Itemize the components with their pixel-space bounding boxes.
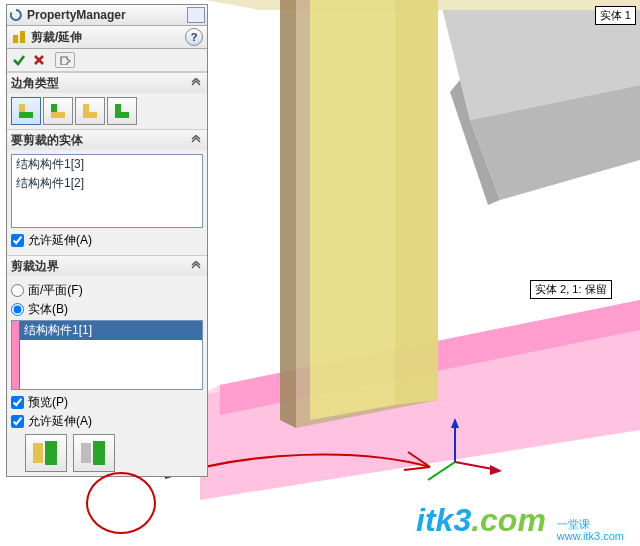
corner-type-3-button[interactable] (75, 97, 105, 125)
cancel-button[interactable] (31, 52, 47, 68)
callout-body-2: 实体 2, 1: 保留 (530, 280, 612, 299)
feature-name: 剪裁/延伸 (31, 29, 82, 46)
list-item[interactable]: 结构构件1[2] (12, 174, 202, 193)
chevron-up-icon (189, 133, 203, 147)
section-header[interactable]: 边角类型 (7, 73, 207, 93)
checkbox-input[interactable] (11, 234, 24, 247)
corner-type-4-button[interactable] (107, 97, 137, 125)
checkbox-label: 允许延伸(A) (28, 413, 92, 430)
section-header[interactable]: 要剪裁的实体 (7, 130, 207, 150)
ok-button[interactable] (11, 52, 27, 68)
weld-gap-option-2-button[interactable] (73, 434, 115, 472)
corner-type-2-button[interactable] (43, 97, 73, 125)
svg-marker-14 (490, 465, 502, 475)
property-manager-panel: PropertyManager 剪裁/延伸 ? 边角类型 (6, 4, 208, 477)
checkbox-label: 允许延伸(A) (28, 232, 92, 249)
section-corner-type: 边角类型 (7, 72, 207, 129)
pin-button[interactable] (55, 52, 75, 68)
section-bodies-to-trim: 要剪裁的实体 结构构件1[3] 结构构件1[2] 允许延伸(A) (7, 129, 207, 255)
boundary-face-radio[interactable]: 面/平面(F) (11, 282, 203, 299)
svg-marker-10 (395, 0, 438, 405)
checkbox-input[interactable] (11, 415, 24, 428)
section-header[interactable]: 剪裁边界 (7, 256, 207, 276)
callout-text: 实体 2, 1: 保留 (535, 283, 607, 295)
property-manager-titlebar: PropertyManager (7, 5, 207, 26)
checkbox-label: 预览(P) (28, 394, 68, 411)
svg-rect-20 (81, 443, 91, 463)
section-title: 要剪裁的实体 (11, 132, 83, 149)
svg-line-15 (428, 462, 455, 480)
preview-checkbox[interactable]: 预览(P) (11, 394, 203, 411)
section-trim-boundary: 剪裁边界 面/平面(F) 实体(B) 结构构件1[1] 预览(P) (7, 255, 207, 476)
list-item[interactable]: 结构构件1[3] (12, 155, 202, 174)
radio-label: 面/平面(F) (28, 282, 83, 299)
svg-rect-21 (93, 441, 105, 465)
svg-rect-17 (20, 31, 25, 43)
property-manager-title: PropertyManager (27, 8, 185, 22)
weld-gap-option-1-button[interactable] (25, 434, 67, 472)
svg-rect-16 (13, 35, 18, 43)
bodies-to-trim-listbox[interactable]: 结构构件1[3] 结构构件1[2] (11, 154, 203, 228)
allow-extend-checkbox[interactable]: 允许延伸(A) (11, 232, 203, 249)
feature-title-bar: 剪裁/延伸 ? (7, 26, 207, 49)
boundary-body-radio[interactable]: 实体(B) (11, 301, 203, 318)
boundary-listbox[interactable]: 结构构件1[1] (11, 320, 203, 390)
svg-marker-9 (310, 0, 395, 420)
callout-text: 实体 1 (600, 9, 631, 21)
panel-nav-split-icon[interactable] (187, 7, 205, 23)
watermark: itk3.com 一堂课 www.itk3.com (416, 502, 624, 542)
radio-input[interactable] (11, 303, 24, 316)
trim-extend-icon (11, 29, 27, 45)
spinner-icon (9, 8, 23, 22)
section-title: 剪裁边界 (11, 258, 59, 275)
chevron-up-icon (189, 76, 203, 90)
list-item[interactable]: 结构构件1[1] (20, 321, 202, 340)
allow-extend-2-checkbox[interactable]: 允许延伸(A) (11, 413, 203, 430)
svg-rect-18 (33, 443, 43, 463)
svg-marker-8 (280, 0, 296, 428)
confirm-bar (7, 49, 207, 72)
radio-input[interactable] (11, 284, 24, 297)
svg-rect-19 (45, 441, 57, 465)
checkbox-input[interactable] (11, 396, 24, 409)
callout-body-1: 实体 1 (595, 6, 636, 25)
section-title: 边角类型 (11, 75, 59, 92)
radio-label: 实体(B) (28, 301, 68, 318)
help-button[interactable]: ? (185, 28, 203, 46)
chevron-up-icon (189, 259, 203, 273)
corner-type-1-button[interactable] (11, 97, 41, 125)
